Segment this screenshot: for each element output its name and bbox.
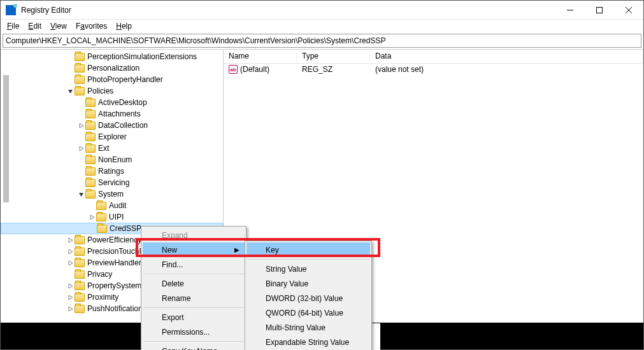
folder-icon bbox=[75, 53, 85, 61]
sm-string-value[interactable]: String Value bbox=[247, 262, 370, 276]
folder-icon bbox=[85, 99, 96, 107]
collapse-icon[interactable] bbox=[66, 87, 75, 95]
close-button[interactable] bbox=[614, 1, 643, 20]
folder-icon bbox=[75, 248, 85, 256]
col-type[interactable]: Type bbox=[297, 50, 370, 63]
tree-label: Audit bbox=[109, 201, 126, 210]
folder-icon bbox=[75, 270, 85, 279]
no-expander bbox=[66, 75, 75, 84]
expand-icon[interactable] bbox=[66, 293, 75, 302]
folder-icon bbox=[75, 64, 85, 73]
string-value-icon: ab bbox=[229, 65, 238, 74]
app-icon bbox=[6, 5, 16, 15]
expand-icon[interactable] bbox=[87, 213, 96, 221]
col-name[interactable]: Name bbox=[224, 50, 297, 63]
tree-label: Proximity bbox=[87, 293, 118, 302]
expand-icon[interactable] bbox=[76, 144, 85, 153]
chevron-right-icon: ▶ bbox=[234, 246, 240, 253]
tree-item-activedesktop[interactable]: ActiveDesktop bbox=[1, 97, 223, 108]
no-expander bbox=[66, 52, 75, 61]
tree-item-system[interactable]: System bbox=[1, 188, 223, 200]
expand-icon[interactable] bbox=[66, 247, 75, 256]
expand-icon[interactable] bbox=[66, 235, 75, 244]
tree-label: NonEnum bbox=[98, 155, 132, 164]
folder-icon bbox=[96, 202, 106, 210]
cm-export[interactable]: Export bbox=[143, 310, 245, 325]
cm-expand[interactable]: Expand bbox=[143, 228, 245, 242]
expand-icon[interactable] bbox=[66, 258, 75, 267]
expand-icon[interactable] bbox=[66, 304, 75, 313]
submenu-new: Key String Value Binary Value DWORD (32-… bbox=[245, 241, 372, 350]
folder-icon bbox=[75, 87, 85, 95]
folder-icon bbox=[85, 110, 96, 118]
window-title: Registry Editor bbox=[21, 6, 555, 15]
value-name: (Default) bbox=[240, 65, 269, 74]
collapse-icon[interactable] bbox=[76, 190, 85, 199]
cm-copy-key-name[interactable]: Copy Key Name bbox=[143, 344, 245, 350]
tree-item-datacollection[interactable]: DataCollection bbox=[1, 120, 223, 131]
value-data: (value not set) bbox=[370, 65, 429, 74]
tree-label: Servicing bbox=[98, 178, 129, 187]
tree-item-uipi[interactable]: UIPI bbox=[1, 211, 223, 223]
sm-key[interactable]: Key bbox=[247, 242, 370, 257]
tree-item-audit[interactable]: Audit bbox=[1, 200, 223, 211]
sm-binary-value[interactable]: Binary Value bbox=[247, 276, 370, 291]
no-expander bbox=[66, 64, 75, 73]
cm-delete[interactable]: Delete bbox=[143, 276, 245, 291]
tree-item-explorer[interactable]: Explorer bbox=[1, 131, 223, 143]
no-expander bbox=[76, 109, 85, 118]
tree-label: Ratings bbox=[98, 167, 124, 176]
tree-label: PhotoPropertyHandler bbox=[87, 75, 163, 84]
scrollbar[interactable] bbox=[1, 50, 11, 349]
tree-label: Personalization bbox=[87, 64, 140, 73]
tree-item-ratings[interactable]: Ratings bbox=[1, 165, 223, 177]
folder-icon bbox=[75, 282, 85, 290]
tree-item-photopropertyhandler[interactable]: PhotoPropertyHandler bbox=[1, 74, 223, 85]
maximize-button[interactable] bbox=[585, 1, 614, 20]
folder-icon bbox=[85, 190, 96, 199]
tree-item-policies[interactable]: Policies bbox=[1, 85, 223, 97]
expand-icon[interactable] bbox=[66, 281, 75, 290]
menu-view[interactable]: View bbox=[47, 20, 71, 32]
expand-icon[interactable] bbox=[76, 121, 85, 130]
tree-item-nonenum[interactable]: NonEnum bbox=[1, 154, 223, 165]
tree-label: Attachments bbox=[98, 109, 141, 118]
tree-item-perceptionsimulationextensions[interactable]: PerceptionSimulationExtensions bbox=[1, 51, 223, 62]
tree-label: Privacy bbox=[87, 270, 112, 279]
sm-multi-string[interactable]: Multi-String Value bbox=[247, 320, 370, 335]
tree-item-servicing[interactable]: Servicing bbox=[1, 177, 223, 188]
folder-icon bbox=[85, 167, 96, 176]
menu-edit[interactable]: Edit bbox=[24, 20, 45, 32]
menubar: File Edit View Favorites Help bbox=[1, 20, 643, 32]
sm-expandable-string[interactable]: Expandable String Value bbox=[247, 335, 370, 349]
sm-dword[interactable]: DWORD (32-bit) Value bbox=[247, 291, 370, 305]
col-data[interactable]: Data bbox=[370, 50, 643, 63]
svg-rect-1 bbox=[597, 7, 603, 13]
cm-new[interactable]: New ▶ Key String Value Binary Value DWOR… bbox=[143, 242, 245, 257]
menu-favorites[interactable]: Favorites bbox=[72, 20, 111, 32]
address-bar[interactable]: Computer\HKEY_LOCAL_MACHINE\SOFTWARE\Mic… bbox=[3, 34, 641, 48]
list-row[interactable]: ab (Default) REG_SZ (value not set) bbox=[224, 64, 643, 75]
sm-qword[interactable]: QWORD (64-bit) Value bbox=[247, 305, 370, 320]
tree-label: Explorer bbox=[98, 132, 127, 141]
cm-find[interactable]: Find... bbox=[143, 257, 245, 272]
folder-icon bbox=[75, 305, 85, 313]
cm-permissions[interactable]: Permissions... bbox=[143, 325, 245, 339]
no-expander bbox=[87, 201, 96, 210]
tree-label: UIPI bbox=[109, 213, 124, 221]
tree-item-attachments[interactable]: Attachments bbox=[1, 108, 223, 120]
tree-item-ext[interactable]: Ext bbox=[1, 143, 223, 154]
minimize-button[interactable] bbox=[555, 1, 585, 20]
no-expander bbox=[88, 224, 97, 233]
tree-item-personalization[interactable]: Personalization bbox=[1, 62, 223, 74]
menu-file[interactable]: File bbox=[3, 20, 23, 32]
cm-rename[interactable]: Rename bbox=[143, 291, 245, 305]
folder-icon bbox=[75, 76, 85, 84]
folder-icon bbox=[75, 293, 85, 302]
menu-help[interactable]: Help bbox=[112, 20, 136, 32]
separator bbox=[247, 259, 369, 260]
context-menu: Expand New ▶ Key String Value Binary Val… bbox=[141, 226, 247, 350]
folder-icon bbox=[75, 236, 85, 244]
no-expander bbox=[76, 155, 85, 164]
value-type: REG_SZ bbox=[297, 65, 370, 74]
